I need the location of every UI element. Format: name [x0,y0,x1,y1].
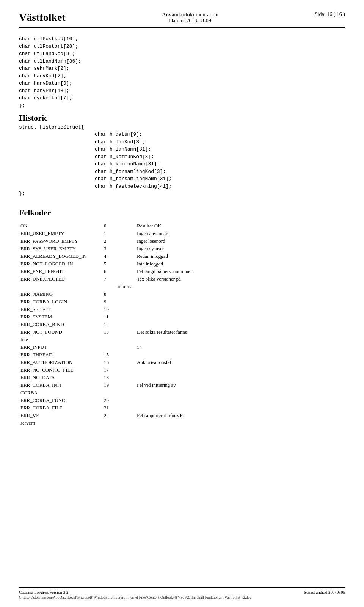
code-line: char sekrMark[2]; [19,65,345,72]
error-name: ERR_NOT_FOUND [19,328,102,336]
error-num: 21 [102,404,135,412]
error-num: 18 [102,374,135,381]
error-desc: Resultat OK [135,222,345,230]
table-row: ERR_CORBA_BIND 12 [19,321,345,328]
error-num [102,343,135,351]
error-name: ERR_SELECT [19,306,102,313]
error-desc [135,321,345,328]
historic-field: char h_datum[9]; [95,131,172,138]
error-desc [135,298,345,306]
table-row: ERR_SELECT 10 [19,306,345,313]
error-desc [135,290,345,298]
error-num: 1 [102,230,135,237]
error-name: ERR_NO_CONFIG_FILE [19,366,102,374]
doc-title: Användardokumentation [162,11,218,18]
code-line: char nyckelkod[7]; [19,94,345,102]
error-codes-table: OK 0 Resultat OK ERR_USER_EMPTY 1 Ingen … [19,222,345,427]
error-num: 5 [102,260,135,268]
error-num [102,336,135,343]
table-row: ERR_CORBA_FILE 21 [19,404,345,412]
historic-field: char h_lanKod[3]; [95,138,172,146]
error-desc [135,389,345,397]
error-num: idl:erna. [102,283,135,290]
error-name: ERR_CORBA_INIT [19,381,102,389]
felkoder-heading: Felkoder [19,208,345,218]
error-desc: Auktorisationsfel [135,359,345,366]
footer-date: Senast ändrad 20040505 [304,590,345,594]
table-row: ERR_CORBA_FUNC 20 [19,397,345,404]
table-row: ERR_THREAD 15 [19,351,345,359]
error-desc [135,397,345,404]
table-row: ERR_INPUT 14 [19,343,345,351]
table-row: ERR_SYSTEM 11 [19,313,345,321]
error-num: 0 [102,222,135,230]
error-desc [135,366,345,374]
error-num: 12 [102,321,135,328]
error-num: 15 [102,351,135,359]
historic-heading: Historic [19,113,345,123]
historic-field: char h_kommunKod[3]; [95,153,172,161]
table-row: ERR_PNR_LENGHT 6 Fel längd på personnumm… [19,268,345,275]
error-desc: Inget lösenord [135,237,345,245]
code-line: char hanvDatum[9]; [19,80,345,87]
error-desc [135,313,345,321]
table-row: ERR_CORBA_INIT 19 Fel vid initiering av [19,381,345,389]
error-desc: Redan inloggad [135,253,345,260]
error-num: 9 [102,298,135,306]
error-name: ERR_CORBA_LOGIN [19,298,102,306]
error-desc: Tex olika versioner på [135,275,345,283]
table-row: servern [19,419,345,427]
company-title: Västfolket [19,11,66,24]
error-name: ERR_SYSTEM [19,313,102,321]
table-row: ERR_USER_EMPTY 1 Ingen användare [19,230,345,237]
historic-field: char h_forsamlingKod[3]; [95,168,172,176]
error-num: 13 [102,328,135,336]
error-num [102,389,135,397]
error-name: inte [19,336,102,343]
code-block-top: char utlPostkod[10]; char utlPostort[28]… [19,35,345,109]
error-num: 19 [102,381,135,389]
error-name: ERR_SYS_USER_EMPTY [19,245,102,253]
code-line: char utlPostort[28]; [19,43,345,50]
historic-field: char h_fastbeteckning[41]; [95,183,172,190]
table-row: ERR_NOT_LOGGED_IN 5 Inte inloggad [19,260,345,268]
error-num: 7 [102,275,135,283]
table-row: ERR_AUTHORIZATION 16 Auktorisationsfel [19,359,345,366]
table-row: CORBA [19,389,345,397]
table-row: idl:erna. [19,283,345,290]
error-desc: 14 [135,343,345,351]
table-row: ERR_PASSWORD_EMPTY 2 Inget lösenord [19,237,345,245]
code-line: char utlLandKod[3]; [19,50,345,58]
footer-author: Catarina Lövgren/Version 2.2 [19,590,68,594]
footer-row1: Catarina Lövgren/Version 2.2 Senast ändr… [19,590,345,594]
error-num: 20 [102,397,135,404]
page: Västfolket Användardokumentation Datum: … [0,0,364,607]
error-name [19,283,102,290]
error-desc [135,283,345,290]
error-desc: Inte inloggad [135,260,345,268]
error-name: ERR_ALREADY_LOGGED_IN [19,253,102,260]
table-row: ERR_NAMING 8 [19,290,345,298]
error-desc [135,351,345,359]
error-num: 2 [102,237,135,245]
error-num: 17 [102,366,135,374]
error-desc [135,404,345,412]
code-line: char utlLandNamn[36]; [19,58,345,65]
error-name: ERR_VF [19,412,102,419]
historic-field: char h_lanNamn[31]; [95,146,172,153]
table-row: inte [19,336,345,343]
error-num: 22 [102,412,135,419]
code-line: char utlPostkod[10]; [19,35,345,43]
error-name: ERR_USER_EMPTY [19,230,102,237]
table-row: ERR_ALREADY_LOGGED_IN 4 Redan inloggad [19,253,345,260]
error-num: 6 [102,268,135,275]
error-desc: Ingen sysuser [135,245,345,253]
error-desc [135,336,345,343]
historic-field: char h_kommunNamn[31]; [95,160,172,168]
error-name: ERR_UNEXPECTED [19,275,102,283]
historic-fields-block: char h_datum[9]; char h_lanKod[3]; char … [19,131,345,190]
error-desc: Det sökta resultatet fanns [135,328,345,336]
error-name: ERR_NAMING [19,290,102,298]
table-row: ERR_CORBA_LOGIN 9 [19,298,345,306]
error-num: 8 [102,290,135,298]
